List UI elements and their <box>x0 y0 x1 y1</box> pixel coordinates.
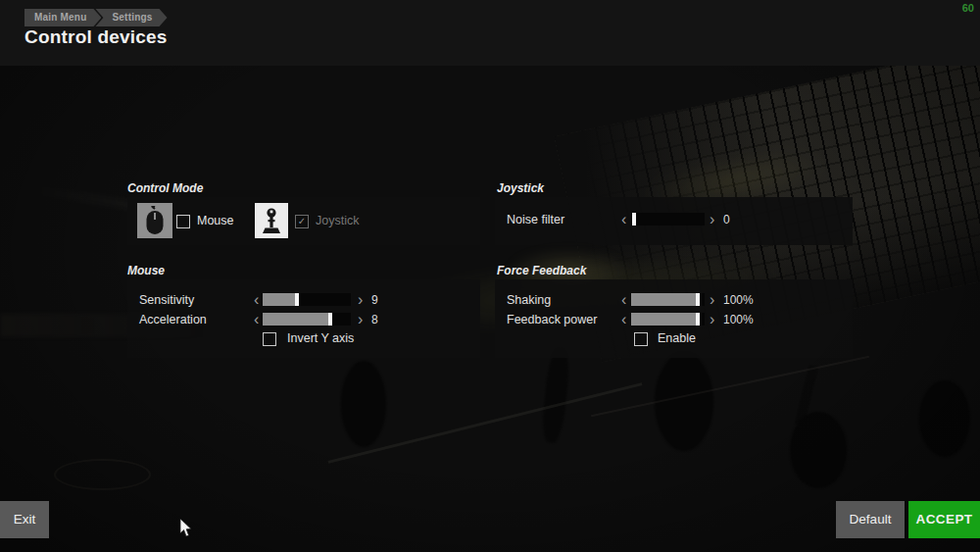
noise-filter-label: Noise filter <box>507 213 564 226</box>
joystick-panel: Noise filter ‹ › 0 <box>495 197 853 245</box>
breadcrumb-settings[interactable]: Settings <box>95 9 167 26</box>
noise-filter-slider-track[interactable] <box>631 213 705 226</box>
slider-fill <box>263 313 331 326</box>
acceleration-row: Acceleration ‹ › 8 <box>127 310 480 329</box>
acceleration-slider-track[interactable] <box>263 313 351 326</box>
slider-handle[interactable] <box>632 213 636 226</box>
force-feedback-panel-title: Force Feedback <box>497 264 586 277</box>
slider-handle[interactable] <box>295 293 299 306</box>
slider-handle[interactable] <box>696 313 700 326</box>
fps-counter: 60 <box>962 2 974 14</box>
mouse-panel-title: Mouse <box>127 264 165 277</box>
noise-filter-row: Noise filter ‹ › 0 <box>495 210 853 229</box>
invert-y-axis-checkbox[interactable] <box>263 332 276 346</box>
joystick-option-label: Joystick <box>316 214 359 227</box>
slider-decrease-arrow[interactable]: ‹ <box>621 310 626 328</box>
accept-button[interactable]: ACCEPT <box>908 501 980 538</box>
slider-decrease-arrow[interactable]: ‹ <box>621 210 626 228</box>
feedback-power-label: Feedback power <box>507 313 597 326</box>
exit-button[interactable]: Exit <box>0 501 49 538</box>
sensitivity-row: Sensitivity ‹ › 9 <box>127 290 480 310</box>
shaking-label: Shaking <box>507 293 551 307</box>
feedback-power-value: 100% <box>723 313 754 326</box>
slider-decrease-arrow[interactable]: ‹ <box>254 310 259 328</box>
feedback-power-slider-track[interactable] <box>631 313 705 326</box>
mouse-option-label: Mouse <box>197 214 234 227</box>
shaking-value: 100% <box>723 293 754 307</box>
slider-increase-arrow[interactable]: › <box>358 310 363 328</box>
slider-fill <box>631 293 699 306</box>
joystick-checkbox[interactable]: ✓ <box>295 215 309 228</box>
default-button[interactable]: Default <box>836 501 905 538</box>
joystick-panel-title: Joystick <box>497 181 544 195</box>
sensitivity-label: Sensitivity <box>139 293 194 307</box>
sensitivity-value: 9 <box>371 293 378 307</box>
joystick-icon <box>255 203 288 238</box>
page-title: Control devices <box>24 26 168 48</box>
force-feedback-panel: Shaking ‹ › 100% Feedback power ‹ › 100%… <box>495 279 853 358</box>
feedback-power-row: Feedback power ‹ › 100% <box>495 310 853 329</box>
slider-fill <box>631 313 699 326</box>
mouse-cursor <box>179 519 192 541</box>
mouse-icon <box>137 203 172 238</box>
breadcrumb-main-menu[interactable]: Main Menu <box>24 9 101 26</box>
slider-handle[interactable] <box>328 313 332 326</box>
breadcrumb: Main Menu Settings <box>24 9 168 26</box>
shaking-row: Shaking ‹ › 100% <box>495 290 853 310</box>
mouse-checkbox[interactable] <box>176 215 190 228</box>
noise-filter-value: 0 <box>723 213 730 226</box>
slider-decrease-arrow[interactable]: ‹ <box>621 290 626 309</box>
slider-fill <box>263 293 298 306</box>
control-devices-screen: Main Menu Settings Control devices 60 Co… <box>0 0 980 552</box>
slider-increase-arrow[interactable]: › <box>710 290 714 309</box>
slider-decrease-arrow[interactable]: ‹ <box>254 290 259 309</box>
enable-label: Enable <box>658 331 696 345</box>
shaking-slider-track[interactable] <box>631 293 705 306</box>
slider-increase-arrow[interactable]: › <box>710 310 714 328</box>
enable-checkbox[interactable] <box>634 332 648 346</box>
acceleration-label: Acceleration <box>139 313 207 326</box>
slider-handle[interactable] <box>696 293 700 306</box>
slider-increase-arrow[interactable]: › <box>710 210 714 228</box>
acceleration-value: 8 <box>371 313 378 326</box>
header-bar: Main Menu Settings Control devices <box>0 0 980 66</box>
invert-y-axis-label: Invert Y axis <box>287 331 354 345</box>
control-mode-panel-title: Control Mode <box>127 181 203 195</box>
mouse-panel: Sensitivity ‹ › 9 Acceleration ‹ › 8 Inv… <box>127 279 480 358</box>
slider-increase-arrow[interactable]: › <box>358 290 363 309</box>
control-mode-panel: Mouse ✓ Joystick <box>127 197 480 245</box>
sensitivity-slider-track[interactable] <box>263 293 351 306</box>
